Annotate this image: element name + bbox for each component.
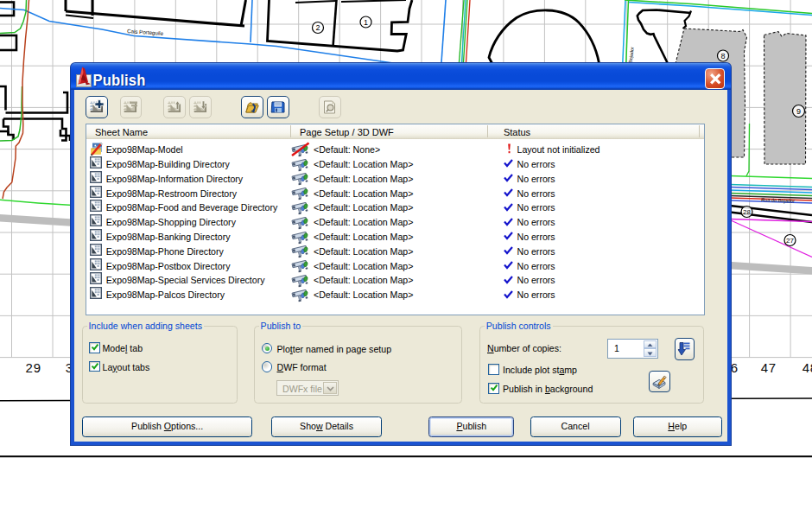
svg-text:48: 48 (802, 360, 812, 375)
svg-text:Rua do Bojador: Rua do Bojador (761, 197, 795, 204)
svg-text:2: 2 (315, 23, 320, 32)
svg-text:9: 9 (796, 107, 801, 116)
svg-text:8: 8 (720, 52, 725, 60)
svg-text:27: 27 (786, 237, 794, 245)
svg-text:47: 47 (761, 360, 777, 375)
svg-text:29: 29 (26, 360, 41, 375)
svg-text:28: 28 (743, 208, 751, 216)
svg-text:Bojador: Bojador (628, 47, 635, 63)
svg-text:1: 1 (364, 18, 368, 27)
